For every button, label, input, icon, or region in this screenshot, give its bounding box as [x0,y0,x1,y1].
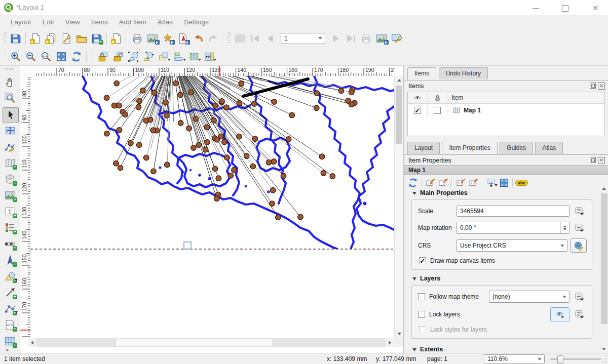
menu-edit[interactable]: Edit [37,16,60,28]
preview-atlas-button[interactable] [233,31,247,45]
float-panel-icon[interactable] [590,83,596,89]
extents-section-header[interactable]: Extents [412,346,599,353]
properties-scroll-thumb[interactable] [601,193,607,324]
save-template-button[interactable] [90,31,104,45]
scale-override-button[interactable] [573,205,587,217]
add-north-arrow-button[interactable] [3,253,18,267]
tab-layout[interactable]: Layout [407,142,440,154]
main-properties-section-header[interactable]: Main Properties [412,189,599,196]
move-item-content-button[interactable] [3,124,18,138]
close-panel-icon[interactable]: ✕ [598,83,605,90]
layout-manager-button[interactable] [60,31,73,45]
panel-splitter[interactable]: ...... [404,136,608,140]
menu-atlas[interactable]: Atlas [152,16,178,28]
add-3d-map-button[interactable] [3,172,18,186]
theme-override-button[interactable] [573,291,587,303]
add-shape-button[interactable] [3,269,18,284]
tab-item-properties[interactable]: Item Properties [442,142,497,154]
layout-canvas[interactable] [30,76,394,338]
unlock-items-button[interactable] [111,50,125,63]
add-label-button[interactable] [3,205,18,219]
map-theme-combobox[interactable]: (none) [489,291,569,303]
zoom-slider-handle[interactable] [557,355,563,364]
atlas-toolbar-grip[interactable] [227,32,231,45]
vertical-scroll-thumb[interactable] [396,86,402,144]
lock-layers-override-button[interactable] [573,308,587,320]
maximize-button[interactable] [556,3,574,13]
add-scalebar-button[interactable] [3,237,18,251]
last-feature-button[interactable] [345,31,358,45]
follow-map-theme-checkbox[interactable] [418,293,425,300]
atlas-feature-combobox[interactable]: 1 [281,33,325,44]
raise-items-button[interactable] [157,50,171,63]
menu-add-item[interactable]: Add Item [113,16,152,28]
close-panel-icon[interactable]: ✕ [598,157,605,164]
add-node-item-button[interactable] [3,302,18,316]
rotation-override-button[interactable] [573,222,587,234]
tab-atlas[interactable]: Atlas [535,142,563,154]
toolbox-grip[interactable] [5,68,15,70]
zoom-actual-size-button[interactable] [40,50,53,63]
align-items-button[interactable] [172,50,186,63]
load-template-button[interactable] [75,31,89,45]
item-row-map1[interactable]: ✓ Map 1 [408,104,604,117]
zoom-in-button[interactable] [9,50,23,63]
add-arrow-button[interactable] [3,286,18,300]
lock-checkbox[interactable] [434,107,441,114]
toolbar-grip[interactable] [4,32,7,45]
visible-layers-button[interactable] [550,307,569,321]
canvas-vertical-scrollbar[interactable] [394,76,403,338]
refresh-view-button[interactable] [70,50,84,63]
redo-button[interactable] [207,31,220,45]
zoom-level-combobox[interactable]: 110.6% [484,354,545,363]
close-button[interactable]: ✕ [587,3,604,13]
new-layout-button[interactable] [29,31,43,45]
lock-styles-checkbox[interactable] [419,326,426,333]
export-atlas-button[interactable] [375,31,389,45]
export-pdf-button[interactable] [176,31,190,45]
menu-items[interactable]: Items [86,16,113,28]
properties-scrollbar[interactable] [600,184,608,353]
float-panel-icon[interactable] [590,157,596,163]
zoom-full-button[interactable] [55,50,68,63]
edit-nodes-item-button[interactable] [3,140,18,154]
pan-tool-button[interactable] [3,75,18,89]
zoom-slider[interactable] [550,358,601,360]
scale-input[interactable] [457,206,569,217]
crs-combobox[interactable]: Use Project CRS [457,239,567,252]
add-html-button[interactable] [3,318,18,332]
tab-items[interactable]: Items [407,67,436,80]
tab-guides[interactable]: Guides [500,142,533,154]
spin-arrows[interactable] [560,222,569,233]
window-resize-grip[interactable] [602,358,607,363]
export-svg-button[interactable] [161,31,175,45]
menu-settings[interactable]: Settings [178,16,214,28]
canvas-horizontal-scrollbar[interactable] [28,338,394,347]
menu-view[interactable]: View [60,16,86,28]
layers-section-header[interactable]: Layers [412,275,599,282]
add-legend-button[interactable] [3,221,18,235]
tab-undo-history[interactable]: Undo History [439,67,488,79]
resize-items-button[interactable] [203,50,216,63]
draw-canvas-items-checkbox[interactable]: ✓ [419,257,426,264]
atlas-settings-button[interactable] [390,31,404,45]
add-picture-button[interactable] [3,188,18,203]
toolbox-overflow-chevron[interactable]: » [5,349,10,352]
select-crs-button[interactable] [571,238,587,253]
actions-toolbar-grip[interactable] [91,51,94,63]
selection-handle[interactable] [184,242,191,249]
group-items-button[interactable] [127,50,140,63]
toolbar-grip[interactable] [4,51,7,63]
minimize-button[interactable] [527,3,544,13]
ungroup-items-button[interactable] [142,50,156,63]
add-pages-button[interactable] [110,31,124,45]
add-attribute-table-button[interactable] [3,334,18,348]
export-image-button[interactable] [146,31,160,45]
horizontal-scroll-thumb[interactable] [115,339,273,346]
visibility-checkbox[interactable]: ✓ [414,107,421,114]
menu-layout[interactable]: Layout [5,16,37,28]
previous-feature-button[interactable] [263,31,277,45]
zoom-out-button[interactable] [24,50,38,63]
lock-layers-checkbox[interactable] [418,311,425,318]
map-rotation-spinbox[interactable]: 0.00 ° [457,222,569,234]
